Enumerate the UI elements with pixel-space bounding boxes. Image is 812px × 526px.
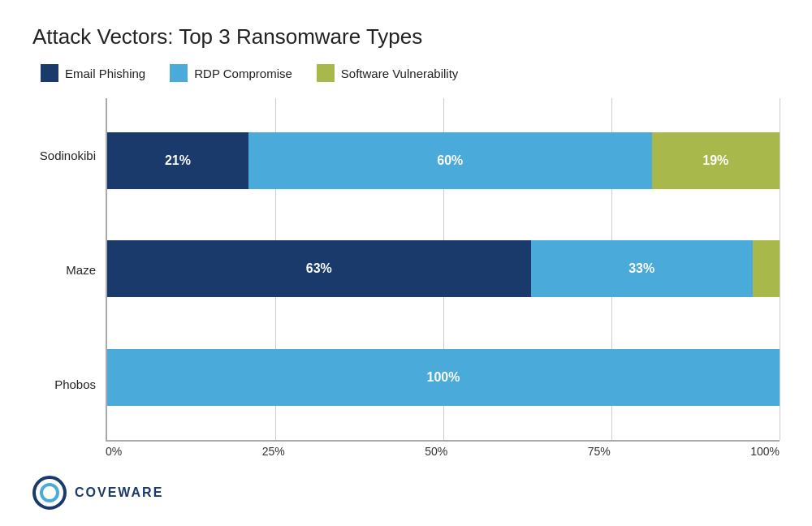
chart-title: Attack Vectors: Top 3 Ransomware Types	[32, 24, 780, 50]
footer: COVEWARE	[32, 476, 780, 510]
svg-point-0	[34, 477, 65, 508]
bar-row: 63%33%	[107, 240, 780, 297]
bar-segment	[753, 240, 780, 297]
gridline	[780, 98, 780, 440]
x-axis-label: 50%	[425, 445, 447, 468]
y-axis-label: Sodinokibi	[40, 127, 96, 184]
svg-point-1	[41, 485, 58, 501]
legend-swatch	[41, 64, 58, 82]
legend-swatch	[317, 64, 335, 82]
bar-row: 100%	[107, 349, 780, 406]
logo-text: COVEWARE	[75, 485, 163, 500]
legend-swatch	[170, 64, 188, 82]
x-axis-label: 0%	[106, 445, 122, 468]
legend: Email PhishingRDP CompromiseSoftware Vul…	[41, 64, 780, 82]
legend-label: Software Vulnerability	[341, 67, 459, 80]
legend-label: RDP Compromise	[194, 67, 292, 80]
legend-item: RDP Compromise	[170, 64, 292, 82]
logo-icon	[32, 476, 67, 510]
chart-container: Attack Vectors: Top 3 Ransomware Types E…	[0, 0, 812, 526]
bars-section: 21%60%19%63%33%100%	[106, 98, 780, 442]
legend-item: Email Phishing	[41, 64, 145, 82]
x-axis-label: 75%	[588, 445, 611, 468]
bar-segment: 21%	[107, 132, 248, 189]
bar-segment: 100%	[107, 349, 780, 406]
bar-segment: 63%	[107, 240, 531, 297]
y-axis: SodinokibiMazePhobos	[32, 98, 106, 468]
bar-segment: 19%	[652, 132, 780, 189]
x-axis-label: 100%	[750, 445, 780, 468]
bar-row: 21%60%19%	[107, 132, 780, 189]
bar-segment: 33%	[531, 240, 753, 297]
x-axis-label: 25%	[262, 445, 285, 468]
bars-and-xaxis: 21%60%19%63%33%100% 0%25%50%75%100%	[106, 98, 780, 468]
legend-item: Software Vulnerability	[317, 64, 459, 82]
y-axis-label: Maze	[66, 242, 96, 299]
y-axis-label: Phobos	[54, 356, 96, 413]
chart-area: SodinokibiMazePhobos 21%60%19%63%33%100%…	[32, 98, 780, 468]
legend-label: Email Phishing	[65, 67, 145, 80]
x-axis: 0%25%50%75%100%	[106, 445, 780, 468]
bar-segment: 60%	[248, 132, 652, 189]
bars-rows: 21%60%19%63%33%100%	[107, 98, 780, 440]
